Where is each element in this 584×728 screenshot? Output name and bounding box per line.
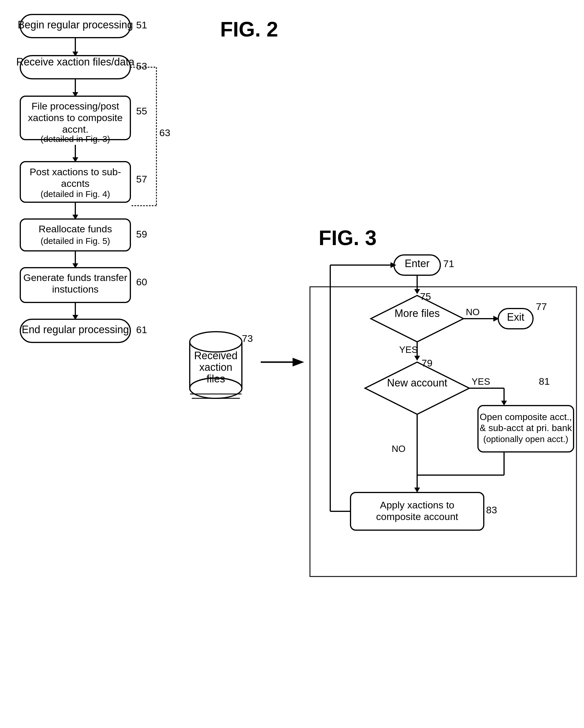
- svg-text:71: 71: [443, 258, 454, 269]
- svg-text:accnts: accnts: [61, 178, 89, 189]
- svg-text:Apply xactions to: Apply xactions to: [380, 499, 454, 511]
- fig3-title: FIG. 3: [319, 226, 377, 250]
- fig3-cylinder: Received xaction files 73: [174, 319, 261, 406]
- svg-text:(detailed in Fig. 3): (detailed in Fig. 3): [41, 134, 110, 144]
- svg-marker-72: [414, 356, 420, 361]
- svg-text:& sub-acct at pri. bank: & sub-acct at pri. bank: [480, 423, 572, 433]
- svg-text:51: 51: [136, 19, 147, 30]
- svg-text:61: 61: [136, 324, 147, 335]
- svg-text:Generate funds transfer: Generate funds transfer: [23, 272, 127, 283]
- svg-text:77: 77: [536, 301, 547, 312]
- cylinder-to-fig3-arrow: [258, 354, 310, 371]
- svg-marker-79: [501, 401, 507, 406]
- svg-text:83: 83: [486, 504, 497, 515]
- svg-text:73: 73: [242, 333, 253, 344]
- svg-text:75: 75: [420, 291, 431, 302]
- svg-text:Reallocate funds: Reallocate funds: [38, 223, 112, 234]
- svg-text:(detailed in Fig. 4): (detailed in Fig. 4): [41, 189, 110, 199]
- svg-marker-56: [293, 358, 304, 366]
- svg-text:accnt.: accnt.: [62, 124, 89, 135]
- fig3-diagram: Enter 71 More files 75 NO Exit 77 YES Ne…: [307, 249, 582, 626]
- svg-text:Begin regular processing: Begin regular processing: [18, 19, 133, 31]
- svg-text:instuctions: instuctions: [52, 284, 99, 295]
- svg-text:composite account: composite account: [376, 511, 458, 522]
- svg-text:81: 81: [539, 376, 550, 387]
- svg-text:63: 63: [159, 127, 170, 138]
- svg-text:79: 79: [422, 358, 432, 368]
- page: FIG. 2 FIG. 3 Begin regular processing 5…: [0, 0, 584, 728]
- svg-text:Receive xaction files/data: Receive xaction files/data: [16, 56, 135, 68]
- svg-text:Post xactions to sub-: Post xactions to sub-: [30, 166, 121, 177]
- svg-marker-61: [414, 289, 420, 294]
- svg-text:files: files: [207, 373, 225, 385]
- svg-text:YES: YES: [399, 344, 418, 355]
- svg-text:xactions to composite: xactions to composite: [28, 112, 123, 123]
- svg-text:NO: NO: [466, 307, 480, 317]
- svg-text:New account: New account: [387, 377, 447, 389]
- svg-text:Enter: Enter: [405, 258, 430, 269]
- svg-text:(optionally open acct.): (optionally open acct.): [483, 434, 568, 444]
- svg-text:(detailed in Fig. 5): (detailed in Fig. 5): [41, 236, 110, 246]
- svg-text:End regular processing: End regular processing: [22, 323, 129, 335]
- svg-text:57: 57: [136, 174, 147, 185]
- svg-text:Open composite acct.,: Open composite acct.,: [480, 412, 572, 422]
- svg-point-45: [190, 332, 242, 352]
- svg-text:59: 59: [136, 229, 147, 240]
- svg-text:xaction: xaction: [199, 361, 232, 373]
- svg-text:NO: NO: [392, 444, 405, 454]
- svg-text:Received: Received: [194, 350, 238, 362]
- svg-text:File processing/post: File processing/post: [32, 101, 120, 111]
- svg-text:53: 53: [136, 60, 147, 72]
- svg-text:More files: More files: [395, 307, 440, 319]
- svg-text:YES: YES: [472, 376, 490, 387]
- svg-text:Exit: Exit: [507, 311, 524, 323]
- svg-text:55: 55: [136, 105, 147, 116]
- svg-rect-47: [190, 388, 242, 399]
- svg-text:60: 60: [136, 276, 147, 287]
